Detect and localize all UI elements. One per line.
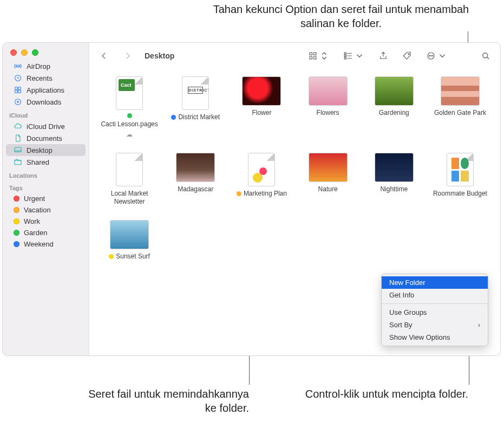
svg-rect-8 bbox=[310, 53, 312, 55]
sidebar-item-desktop[interactable]: Desktop bbox=[6, 144, 86, 156]
finder-window: AirDrop Recents Applications Downloads i… bbox=[2, 42, 501, 356]
file-thumbnail bbox=[309, 76, 348, 106]
file-item[interactable]: Roommate Budget bbox=[430, 153, 490, 206]
file-tag-dot-icon bbox=[171, 115, 176, 120]
file-label: Marketing Plan bbox=[237, 190, 287, 198]
file-item[interactable]: Local Market Newsletter bbox=[99, 153, 160, 206]
file-tag-dot-icon bbox=[237, 191, 241, 196]
file-thumbnail: DISTRICT bbox=[182, 76, 209, 110]
file-item[interactable]: CactCacti Lesson.pages☁ bbox=[99, 76, 160, 139]
context-menu-item-label: Use Groups bbox=[389, 308, 427, 316]
group-button[interactable] bbox=[341, 50, 366, 62]
context-menu-item[interactable]: Sort By› bbox=[382, 319, 488, 331]
shared-icon bbox=[14, 158, 22, 166]
document-icon bbox=[14, 134, 22, 143]
sidebar-item-label: Recents bbox=[27, 74, 53, 82]
sidebar-tag-urgent[interactable]: Urgent bbox=[6, 193, 86, 204]
more-button[interactable] bbox=[424, 50, 449, 62]
tag-dot-icon bbox=[14, 241, 19, 247]
file-item[interactable]: Flower bbox=[231, 76, 292, 139]
share-button[interactable] bbox=[376, 50, 390, 62]
sidebar-item-recents[interactable]: Recents bbox=[6, 72, 86, 84]
zoom-button[interactable] bbox=[32, 49, 38, 56]
tag-dot-icon bbox=[14, 207, 19, 213]
file-thumbnail bbox=[242, 76, 281, 106]
window-title: Desktop bbox=[145, 51, 174, 60]
svg-rect-3 bbox=[18, 87, 21, 90]
sidebar-item-icloud-drive[interactable]: iCloud Drive bbox=[6, 120, 86, 132]
forward-button[interactable] bbox=[121, 50, 135, 62]
sidebar-item-label: Applications bbox=[27, 86, 64, 94]
context-menu-item[interactable]: New Folder bbox=[382, 276, 488, 289]
svg-rect-12 bbox=[344, 53, 346, 54]
file-item[interactable]: DISTRICTDistrict Market bbox=[165, 76, 226, 139]
minimize-button[interactable] bbox=[21, 49, 28, 56]
sidebar-item-shared[interactable]: Shared bbox=[6, 156, 86, 168]
sidebar-item-label: Weekend bbox=[24, 240, 54, 248]
sidebar-item-label: iCloud Drive bbox=[27, 122, 65, 131]
tags-button[interactable] bbox=[400, 50, 414, 62]
file-thumbnail bbox=[447, 153, 474, 186]
file-item[interactable]: Gardening bbox=[364, 76, 424, 139]
sidebar-tag-work[interactable]: Work bbox=[6, 216, 86, 227]
context-menu-item-label: Get Info bbox=[389, 291, 414, 299]
file-tag-dot-icon bbox=[127, 113, 132, 118]
file-area[interactable]: CactCacti Lesson.pages☁DISTRICTDistrict … bbox=[89, 69, 500, 355]
svg-rect-10 bbox=[310, 57, 312, 60]
file-item[interactable]: Nighttime bbox=[364, 153, 424, 206]
svg-rect-14 bbox=[344, 57, 346, 59]
callout-bottom-left: Seret fail untuk memindahkannya ke folde… bbox=[81, 387, 249, 415]
context-menu-item[interactable]: Use Groups bbox=[382, 306, 488, 319]
sidebar-tag-garden[interactable]: Garden bbox=[6, 227, 86, 238]
sidebar-item-label: Documents bbox=[27, 134, 62, 143]
context-menu-item[interactable]: Get Info bbox=[382, 289, 488, 301]
file-item[interactable]: Nature bbox=[297, 153, 358, 206]
sidebar-item-label: Garden bbox=[24, 229, 47, 237]
desktop-icon bbox=[14, 146, 22, 154]
sidebar-item-label: Shared bbox=[27, 158, 49, 166]
context-menu-item[interactable]: Show View Options bbox=[382, 331, 488, 344]
svg-rect-4 bbox=[15, 90, 18, 93]
sidebar: AirDrop Recents Applications Downloads i… bbox=[3, 43, 89, 355]
tag-dot-icon bbox=[14, 196, 19, 202]
tag-dot-icon bbox=[14, 230, 19, 236]
sidebar-tag-weekend[interactable]: Weekend bbox=[6, 238, 86, 250]
view-icons-button[interactable] bbox=[306, 50, 331, 62]
search-button[interactable] bbox=[479, 50, 493, 62]
sidebar-section-locations: Locations bbox=[3, 168, 89, 180]
svg-rect-5 bbox=[18, 90, 21, 93]
svg-rect-7 bbox=[15, 147, 21, 152]
close-button[interactable] bbox=[10, 49, 17, 56]
sidebar-tag-vacation[interactable]: Vacation bbox=[6, 204, 86, 216]
applications-icon bbox=[14, 86, 22, 94]
file-thumbnail bbox=[176, 153, 215, 182]
sidebar-item-documents[interactable]: Documents bbox=[6, 132, 86, 144]
svg-rect-2 bbox=[15, 87, 18, 90]
file-label: Flowers bbox=[317, 109, 339, 117]
svg-point-17 bbox=[429, 55, 430, 56]
file-item[interactable]: Sunset Surf bbox=[99, 220, 160, 261]
sidebar-item-airdrop[interactable]: AirDrop bbox=[6, 60, 86, 72]
file-item[interactable]: Flowers bbox=[297, 76, 358, 139]
callout-top: Tahan kekunci Option dan seret fail untu… bbox=[195, 2, 487, 30]
file-item[interactable]: Golden Gate Park bbox=[430, 76, 490, 139]
main-area: Desktop bbox=[89, 43, 500, 355]
sidebar-section-tags: Tags bbox=[3, 180, 89, 193]
svg-point-18 bbox=[430, 55, 431, 56]
sidebar-item-label: Urgent bbox=[24, 195, 45, 203]
file-item[interactable]: Madagascar bbox=[165, 153, 226, 206]
context-menu-item-label: Show View Options bbox=[389, 333, 450, 341]
sidebar-item-downloads[interactable]: Downloads bbox=[6, 96, 86, 108]
file-label: Nature bbox=[318, 185, 338, 193]
sidebar-section-icloud: iCloud bbox=[3, 108, 89, 120]
file-label: Sunset Surf bbox=[109, 252, 150, 261]
context-menu-item-label: Sort By bbox=[389, 321, 413, 329]
sidebar-item-applications[interactable]: Applications bbox=[6, 84, 86, 96]
sidebar-item-label: Downloads bbox=[27, 98, 61, 106]
file-label: District Market bbox=[171, 113, 220, 121]
file-item[interactable]: Marketing Plan bbox=[231, 153, 292, 206]
chevron-right-icon: › bbox=[478, 321, 480, 329]
back-button[interactable] bbox=[97, 50, 111, 62]
sidebar-item-label: AirDrop bbox=[27, 62, 50, 70]
file-tag-dot-icon bbox=[109, 254, 114, 259]
